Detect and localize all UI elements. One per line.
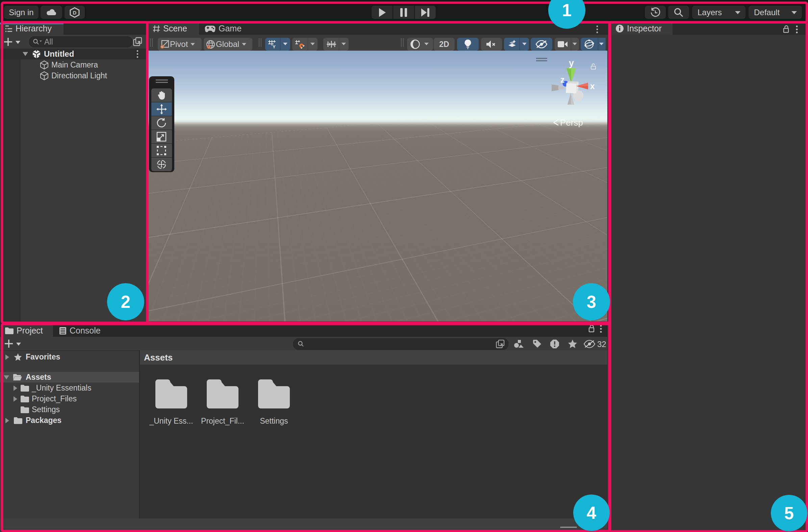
svg-text:Persp: Persp xyxy=(560,117,583,128)
svg-text:z: z xyxy=(561,75,565,84)
svg-text:Y: Y xyxy=(273,44,276,49)
svg-text:y: y xyxy=(569,58,574,68)
svg-text:x: x xyxy=(590,81,595,91)
svg-text:D: D xyxy=(73,10,77,16)
